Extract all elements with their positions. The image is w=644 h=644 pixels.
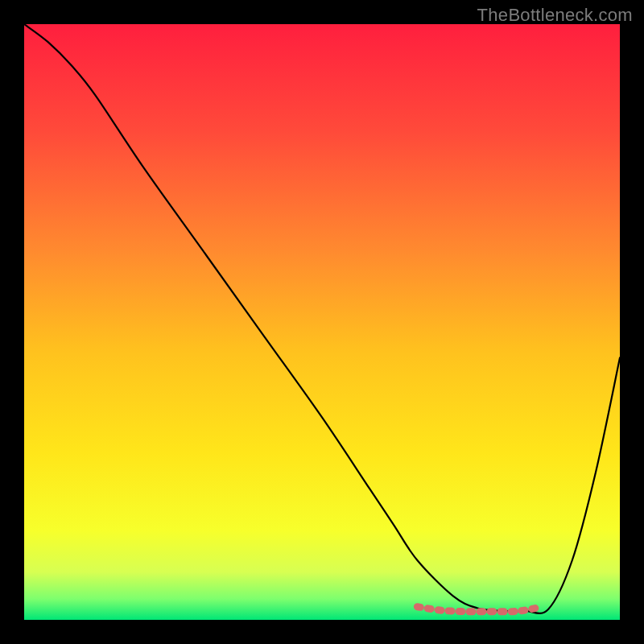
chart-frame: TheBottleneck.com <box>0 0 644 644</box>
chart-svg <box>24 24 620 620</box>
gradient-background <box>24 24 620 620</box>
watermark-text: TheBottleneck.com <box>477 5 633 26</box>
plot-area <box>24 24 620 620</box>
